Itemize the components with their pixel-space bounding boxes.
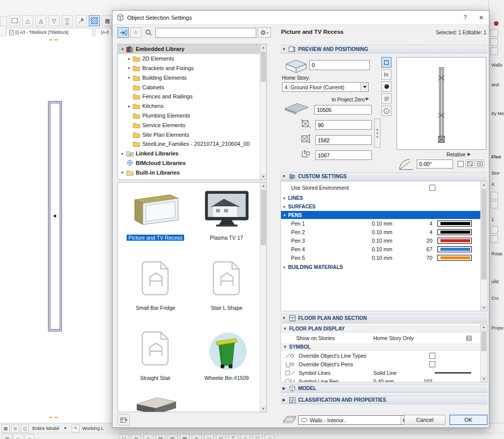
chevron-right-icon[interactable]: ▸ [126, 66, 132, 70]
preview-mode-render-button[interactable] [381, 81, 391, 92]
preview-mode-2d-button[interactable] [381, 57, 391, 68]
override-line-types-checkbox[interactable] [429, 353, 435, 359]
section-model[interactable]: ▶ MODEL [281, 384, 487, 393]
panel-mini-button[interactable] [490, 226, 498, 234]
override-pens-row[interactable]: Override Object's Pens [281, 360, 481, 369]
hatch-tool-icon[interactable] [89, 15, 100, 26]
group-building-materials[interactable]: ▸BUILDING MATERIALS [281, 263, 481, 271]
scrollbar-thumb[interactable] [481, 331, 486, 351]
chevron-right-icon[interactable]: ▶ [366, 96, 369, 101]
tool-icon[interactable]: ▽ [252, 434, 262, 439]
tool-icon[interactable]: ▭ [204, 434, 214, 439]
tree-item-linked-libraries[interactable]: ▸ Linked Libraries [118, 149, 261, 158]
panel-mini-button[interactable] [490, 47, 498, 55]
tool-icon[interactable]: ◇ [13, 434, 23, 439]
record-dot-icon[interactable] [494, 21, 498, 26]
library-item-partial[interactable] [121, 395, 190, 412]
marquee-tool-icon[interactable] [9, 15, 20, 26]
folder-view-toggle[interactable] [118, 27, 129, 38]
group-pens-selected[interactable]: ▾PENS [281, 211, 481, 219]
scrollbar-thumb[interactable] [261, 190, 266, 245]
library-item-tv-recess[interactable]: Picture and TV Recess [121, 185, 190, 255]
scroll-up-arrow[interactable]: ▲ [481, 324, 487, 330]
panel-mini-button[interactable] [490, 201, 498, 208]
tab-secondary[interactable]: [A-0 [95, 28, 112, 36]
home-story-dropdown[interactable]: 4. Ground Floor (Current) [282, 82, 369, 92]
symbol-lines-row[interactable]: Symbol Lines Solid Line [281, 369, 481, 377]
tree-scrollbar[interactable]: ▲ ▼ [260, 44, 266, 180]
tool-icon[interactable]: ▥ [167, 434, 178, 439]
section-classification[interactable]: ▶ CLASSIFICATION AND PROPERTIES [281, 396, 487, 404]
tree-item-plumbing[interactable]: Plumbing Elements [118, 111, 261, 121]
to-project-zero-link[interactable]: to Project Zero [314, 97, 365, 102]
floor-plan-scrollbar[interactable]: ▲ ▼ [480, 324, 487, 382]
triangle-tool-icon[interactable]: △ [22, 15, 33, 26]
scroll-down-arrow[interactable]: ▼ [260, 406, 266, 412]
pen-color-swatch[interactable] [437, 255, 472, 261]
override-pens-checkbox[interactable] [429, 361, 435, 367]
panel-mini-button[interactable] [490, 38, 498, 46]
override-line-types-row[interactable]: Override Object's Line Types [281, 352, 481, 360]
tool-icon[interactable]: ≋ [131, 434, 141, 439]
floor-plan-display-subheader[interactable]: ▼ FLOOR PLAN DISPLAY [281, 325, 481, 333]
use-stored-environment-row[interactable]: Use Stored Environment [281, 184, 481, 192]
tool-icon[interactable]: ⊓ [216, 434, 226, 439]
tree-item-fences[interactable]: Fences and Railings [118, 92, 261, 101]
section-custom-settings[interactable]: ▼ CUSTOM SETTINGS [281, 172, 487, 181]
section-preview-positioning[interactable]: ▼ PREVIEW AND POSITIONING [281, 45, 487, 53]
row-value[interactable]: Solid Line [373, 370, 397, 376]
angle-input[interactable] [315, 120, 372, 130]
preview-splitter-handle[interactable] [374, 119, 380, 148]
cutting-tool-icon[interactable] [76, 15, 87, 26]
pen-color-swatch[interactable] [437, 229, 472, 235]
tree-item-site-plan[interactable]: Site Plan Elements [118, 130, 261, 139]
dropdown-arrow[interactable] [360, 83, 368, 91]
tool-icon[interactable]: ○ [24, 434, 34, 439]
scroll-down-arrow[interactable]: ▼ [260, 174, 266, 180]
chevron-right-icon[interactable]: ▸ [126, 104, 132, 108]
wall-element-drawing[interactable] [44, 98, 67, 336]
chevron-right-icon[interactable]: ▸ [120, 151, 126, 156]
tool-icon[interactable]: T [228, 434, 238, 439]
library-item-straight-stair[interactable]: Straight Stair [121, 325, 190, 395]
pen-color-swatch[interactable] [437, 221, 472, 227]
tree-item-2d-elements[interactable]: ▸ 2D Elements [118, 54, 261, 64]
pen-row[interactable]: Pen 1 0.10 mm 4 [281, 220, 481, 228]
items-scrollbar[interactable]: ▲ ▼ [260, 183, 266, 412]
library-item-bar-fridge[interactable]: Small Bar Fridge [121, 255, 190, 325]
section-floor-plan[interactable]: ▼ FLOOR PLAN AND SECTION [281, 314, 487, 322]
triangle-down-tool-icon[interactable]: ▽ [48, 15, 60, 26]
pen-color-swatch[interactable] [437, 238, 472, 244]
preview-mode-info-list-button[interactable] [381, 93, 391, 104]
tool-icon[interactable]: ⊔ [119, 434, 129, 439]
distance-to-zero-input[interactable] [314, 105, 372, 115]
triangle-underline-tool-icon[interactable]: ▽ [62, 15, 73, 26]
group-lines[interactable]: ▸LINES [281, 194, 481, 202]
tool-icon[interactable]: △ [240, 434, 250, 439]
scrollbar-thumb[interactable] [481, 189, 486, 280]
chevron-down-icon[interactable]: ▾ [120, 47, 126, 51]
dock-handle[interactable] [0, 16, 7, 26]
pen-row[interactable]: Pen 3 0.10 mm 20 [281, 237, 481, 245]
custom-settings-scrollbar[interactable]: ▲ ▼ [480, 182, 487, 311]
group-surfaces[interactable]: ▸SURFACES [281, 202, 481, 210]
tool-icon[interactable]: ▤ [155, 434, 165, 439]
preview-mode-description-button[interactable]: i [381, 105, 391, 116]
width-input[interactable] [315, 135, 372, 145]
use-stored-environment-checkbox[interactable] [429, 185, 435, 191]
row-value[interactable]: Home Story Only [373, 335, 414, 341]
tree-item-building-elements[interactable]: ▸ Building Elements [118, 73, 261, 82]
rotation-input[interactable] [417, 159, 453, 169]
scroll-up-arrow[interactable]: ▲ [481, 182, 487, 188]
symbol-line-pen-row-clipped[interactable]: Symbol Line Pen 0.40 mm 102 [281, 377, 481, 382]
tree-item-bimcloud-libraries[interactable]: BIMcloud Libraries [118, 158, 261, 168]
grid-toggle-icon[interactable]: ▦ [2, 424, 10, 432]
drawing-canvas[interactable] [0, 36, 112, 423]
pen-icon[interactable]: ✎ [72, 424, 80, 432]
panel-mini-button[interactable] [490, 192, 498, 199]
chevron-right-icon[interactable]: ▸ [126, 57, 132, 61]
guides-toggle-icon[interactable]: ◫ [21, 424, 29, 432]
entire-model-selector[interactable]: Entire Model [32, 425, 59, 431]
chevron-right-icon[interactable]: ▸ [126, 75, 132, 80]
tool-icon[interactable]: ▱ [264, 434, 274, 439]
